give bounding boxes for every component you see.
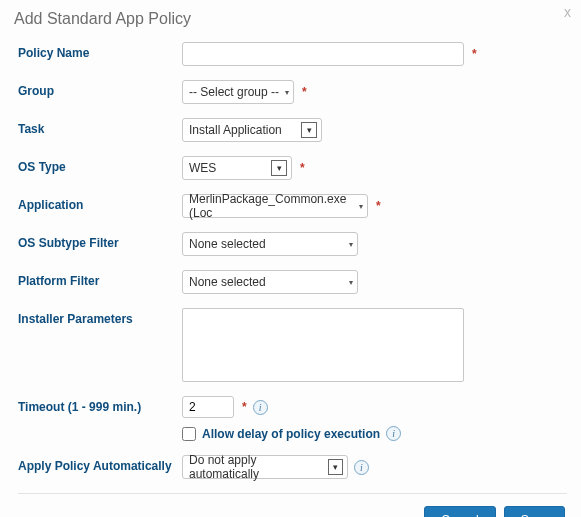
chevron-down-icon: ▾ bbox=[359, 202, 363, 211]
row-os-subtype-filter: OS Subtype Filter None selected ▾ bbox=[18, 232, 567, 256]
label-group: Group bbox=[18, 80, 182, 98]
task-select[interactable]: Install Application ▾ bbox=[182, 118, 322, 142]
info-icon[interactable]: i bbox=[253, 400, 268, 415]
chevron-down-icon: ▾ bbox=[349, 240, 353, 249]
label-os-type: OS Type bbox=[18, 156, 182, 174]
row-apply-auto: Apply Policy Automatically Do not apply … bbox=[18, 455, 567, 479]
os-type-select-value: WES bbox=[187, 161, 216, 175]
chevron-down-icon: ▾ bbox=[328, 459, 343, 475]
os-subtype-filter-value: None selected bbox=[187, 237, 266, 251]
row-group: Group -- Select group -- ▾ * bbox=[18, 80, 567, 104]
application-select-value: MerlinPackage_Common.exe (Loc bbox=[187, 192, 355, 220]
policy-name-input[interactable] bbox=[182, 42, 464, 66]
chevron-down-icon: ▾ bbox=[349, 278, 353, 287]
divider bbox=[18, 493, 567, 494]
label-platform-filter: Platform Filter bbox=[18, 270, 182, 288]
chevron-down-icon: ▾ bbox=[285, 88, 289, 97]
apply-auto-value: Do not apply automatically bbox=[187, 453, 322, 481]
dialog-title: Add Standard App Policy bbox=[14, 10, 567, 36]
required-icon: * bbox=[376, 199, 381, 213]
row-policy-name: Policy Name * bbox=[18, 42, 567, 66]
row-timeout: Timeout (1 - 999 min.) * i bbox=[18, 396, 567, 418]
installer-parameters-input[interactable] bbox=[182, 308, 464, 382]
os-subtype-filter-select[interactable]: None selected ▾ bbox=[182, 232, 358, 256]
row-os-type: OS Type WES ▾ * bbox=[18, 156, 567, 180]
task-select-value: Install Application bbox=[187, 123, 282, 137]
label-task: Task bbox=[18, 118, 182, 136]
os-type-select[interactable]: WES ▾ bbox=[182, 156, 292, 180]
required-icon: * bbox=[242, 400, 247, 414]
required-icon: * bbox=[300, 161, 305, 175]
timeout-input[interactable] bbox=[182, 396, 234, 418]
close-icon[interactable]: x bbox=[564, 4, 571, 20]
label-os-subtype-filter: OS Subtype Filter bbox=[18, 232, 182, 250]
row-allow-delay: Allow delay of policy execution i bbox=[182, 426, 567, 441]
application-select[interactable]: MerlinPackage_Common.exe (Loc ▾ bbox=[182, 194, 368, 218]
save-button[interactable]: Save bbox=[504, 506, 565, 517]
button-bar: Cancel Save bbox=[18, 506, 567, 517]
group-select[interactable]: -- Select group -- ▾ bbox=[182, 80, 294, 104]
label-application: Application bbox=[18, 194, 182, 212]
label-timeout: Timeout (1 - 999 min.) bbox=[18, 396, 182, 414]
chevron-down-icon: ▾ bbox=[301, 122, 317, 138]
label-allow-delay: Allow delay of policy execution bbox=[202, 427, 380, 441]
dialog: x Add Standard App Policy Policy Name * … bbox=[0, 0, 581, 517]
platform-filter-select[interactable]: None selected ▾ bbox=[182, 270, 358, 294]
allow-delay-checkbox[interactable] bbox=[182, 427, 196, 441]
required-icon: * bbox=[472, 47, 477, 61]
row-installer-parameters: Installer Parameters bbox=[18, 308, 567, 382]
group-select-value: -- Select group -- bbox=[187, 85, 279, 99]
row-platform-filter: Platform Filter None selected ▾ bbox=[18, 270, 567, 294]
row-application: Application MerlinPackage_Common.exe (Lo… bbox=[18, 194, 567, 218]
label-apply-auto: Apply Policy Automatically bbox=[18, 455, 182, 473]
label-policy-name: Policy Name bbox=[18, 42, 182, 60]
row-task: Task Install Application ▾ bbox=[18, 118, 567, 142]
label-installer-parameters: Installer Parameters bbox=[18, 308, 182, 326]
cancel-button[interactable]: Cancel bbox=[424, 506, 495, 517]
info-icon[interactable]: i bbox=[386, 426, 401, 441]
chevron-down-icon: ▾ bbox=[271, 160, 287, 176]
platform-filter-value: None selected bbox=[187, 275, 266, 289]
apply-auto-select[interactable]: Do not apply automatically ▾ bbox=[182, 455, 348, 479]
form: Policy Name * Group -- Select group -- ▾… bbox=[14, 36, 567, 517]
info-icon[interactable]: i bbox=[354, 460, 369, 475]
required-icon: * bbox=[302, 85, 307, 99]
